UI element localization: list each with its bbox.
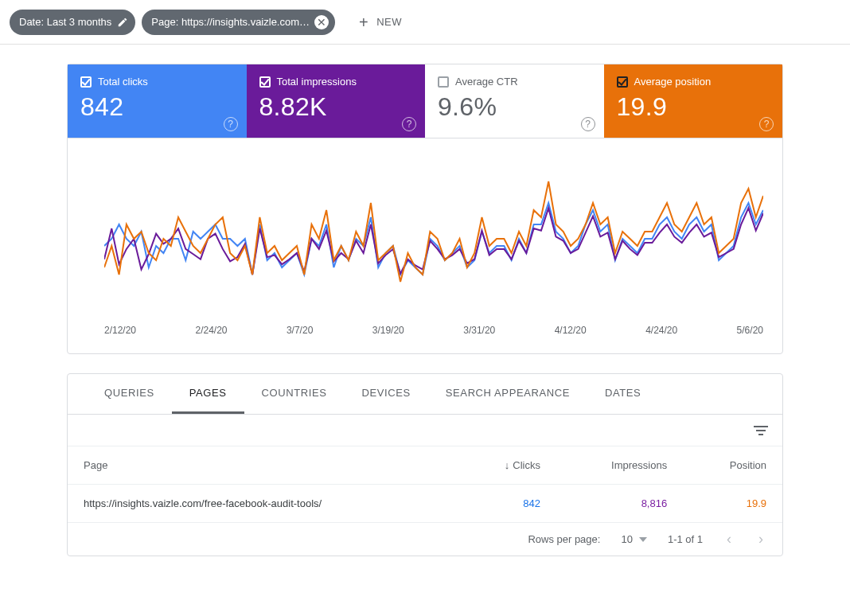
rows-per-page-select[interactable]: 10 (621, 533, 646, 545)
filter-chip-page-label: Page: https://insights.vaizle.com… (151, 16, 310, 28)
tab-countries[interactable]: COUNTRIES (244, 374, 345, 414)
rows-per-page-value: 10 (621, 533, 632, 545)
pagination-range: 1-1 of 1 (668, 533, 703, 545)
col-page[interactable]: Page (68, 446, 458, 485)
performance-card: Total clicks 842 ? Total impressions 8.8… (67, 64, 783, 354)
close-icon[interactable]: ✕ (314, 15, 329, 29)
tab-dates[interactable]: DATES (587, 374, 658, 414)
prev-page-button[interactable]: ‹ (723, 531, 735, 548)
new-filter-label: NEW (376, 16, 402, 28)
col-clicks[interactable]: ↓Clicks (458, 446, 556, 485)
x-tick: 3/7/20 (287, 325, 313, 336)
plus-icon: + (359, 14, 368, 30)
table-header-row: Page ↓Clicks Impressions Position (68, 446, 782, 485)
checkbox-icon (80, 76, 92, 88)
metric-label: Average CTR (455, 76, 518, 88)
col-position[interactable]: Position (683, 446, 782, 485)
metric-average-ctr[interactable]: Average CTR 9.6% ? (425, 64, 604, 138)
checkbox-icon (438, 76, 449, 88)
x-tick: 3/19/20 (372, 325, 404, 336)
tab-pages[interactable]: PAGES (172, 374, 244, 414)
checkbox-icon (259, 76, 271, 88)
pencil-icon (116, 16, 129, 29)
metric-total-clicks[interactable]: Total clicks 842 ? (68, 64, 247, 138)
new-filter-button[interactable]: + NEW (351, 10, 410, 35)
x-tick: 3/31/20 (463, 325, 495, 336)
results-table: Page ↓Clicks Impressions Position https:… (68, 446, 782, 523)
chevron-down-icon (639, 537, 647, 542)
metric-value: 19.9 (617, 92, 770, 122)
metric-total-impressions[interactable]: Total impressions 8.82K ? (247, 64, 426, 138)
performance-chart: 2/12/202/24/203/7/203/19/203/31/204/12/2… (68, 138, 782, 353)
dimension-tabs: QUERIESPAGESCOUNTRIESDEVICESSEARCH APPEA… (68, 374, 782, 415)
rows-per-page-label: Rows per page: (528, 533, 600, 545)
x-tick: 5/6/20 (737, 325, 763, 336)
cell-page: https://insights.vaizle.com/free-faceboo… (68, 485, 458, 523)
paginator: Rows per page: 10 1-1 of 1 ‹ › (68, 523, 782, 556)
checkbox-icon (617, 76, 628, 88)
help-icon[interactable]: ? (581, 117, 595, 131)
dimension-card: QUERIESPAGESCOUNTRIESDEVICESSEARCH APPEA… (67, 373, 783, 556)
table-tool-row (68, 415, 782, 446)
filter-bar: Date: Last 3 months Page: https://insigh… (0, 0, 850, 45)
filter-chip-page[interactable]: Page: https://insights.vaizle.com… ✕ (142, 10, 335, 35)
metric-value: 842 (80, 92, 233, 122)
metric-value: 9.6% (438, 92, 591, 122)
x-tick: 2/24/20 (195, 325, 227, 336)
filter-chip-date-label: Date: Last 3 months (19, 16, 111, 28)
chart-svg (104, 159, 763, 318)
x-tick: 2/12/20 (104, 325, 136, 336)
x-tick: 4/24/20 (645, 325, 677, 336)
metric-average-position[interactable]: Average position 19.9 ? (604, 64, 783, 138)
cell-impressions: 8,816 (556, 485, 683, 523)
tab-queries[interactable]: QUERIES (87, 374, 172, 414)
metric-strip: Total clicks 842 ? Total impressions 8.8… (68, 64, 782, 138)
filter-chip-date[interactable]: Date: Last 3 months (10, 10, 135, 35)
table-row[interactable]: https://insights.vaizle.com/free-faceboo… (68, 485, 782, 523)
tab-search-appearance[interactable]: SEARCH APPEARANCE (428, 374, 587, 414)
next-page-button[interactable]: › (755, 531, 766, 548)
metric-label: Average position (634, 76, 712, 88)
metric-label: Total impressions (277, 76, 357, 88)
metric-value: 8.82K (259, 92, 412, 122)
metric-label: Total clicks (98, 76, 148, 88)
x-tick: 4/12/20 (555, 325, 587, 336)
help-icon[interactable]: ? (402, 117, 416, 131)
help-icon[interactable]: ? (759, 117, 774, 131)
help-icon[interactable]: ? (224, 117, 238, 131)
chart-x-axis: 2/12/202/24/203/7/203/19/203/31/204/12/2… (104, 325, 763, 336)
cell-clicks: 842 (458, 485, 556, 523)
sort-desc-icon: ↓ (505, 459, 510, 471)
col-impressions[interactable]: Impressions (556, 446, 683, 485)
filter-icon[interactable] (754, 426, 768, 435)
cell-position: 19.9 (683, 485, 782, 523)
tab-devices[interactable]: DEVICES (345, 374, 428, 414)
